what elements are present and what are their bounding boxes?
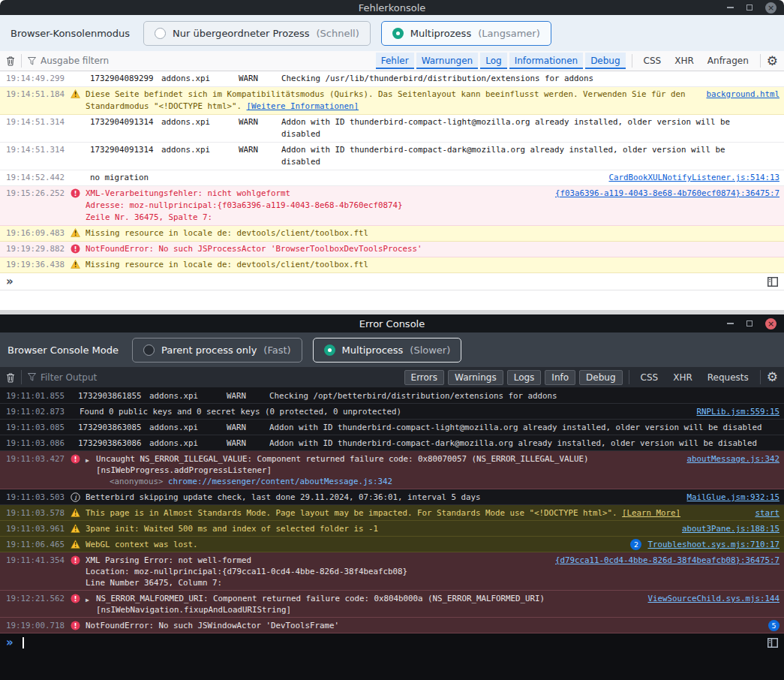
log-row[interactable]: 19:14:51.3141732904091314addons.xpiWARNA… <box>0 143 784 170</box>
log-message: Missing resource in locale de: devtools/… <box>86 259 779 271</box>
log-message-line: XML-Verarbeitungsfehler: nicht wohlgefor… <box>86 188 549 200</box>
log-row[interactable]: 19:11:06.465!WebGL context was lost.2Tro… <box>0 537 784 552</box>
source-link[interactable]: aboutMessage.js:342 <box>686 453 779 465</box>
expand-arrow-icon[interactable]: ▶ <box>86 593 96 606</box>
mode-option-parent-process[interactable]: Parent process only (Fast) <box>132 338 302 363</box>
radio-unselected[interactable] <box>143 345 155 356</box>
level-filter-button[interactable]: Debug <box>585 53 625 69</box>
split-console-button[interactable] <box>767 638 778 648</box>
log-row[interactable]: 19:11:03.503iBetterbird skipping update … <box>0 489 784 505</box>
clear-output-button trash-icon[interactable] <box>6 372 15 383</box>
error-icon: ! <box>71 243 86 254</box>
category-filter-button[interactable]: XHR <box>668 370 698 385</box>
text-segment: Betterbird skipping update check, last d… <box>86 492 481 502</box>
log-row[interactable]: 19:11:03.0851732903863085addons.xpiWARNA… <box>0 420 784 435</box>
settings-button[interactable]: ⚙ <box>767 55 778 68</box>
close-button[interactable]: × <box>765 2 776 14</box>
source-link[interactable]: RNPLib.jsm:559:15 <box>696 406 779 417</box>
log-message: XML-Verarbeitungsfehler: nicht wohlgefor… <box>86 188 549 224</box>
log-row[interactable]: 19:11:03.961!3pane init: Waited 500 ms a… <box>0 521 784 537</box>
expand-arrow-icon[interactable]: ▶ <box>86 453 96 466</box>
category-filter-button[interactable]: CSS <box>638 53 667 69</box>
mode-option-multiprocess[interactable]: Multiprozess (Langsamer) <box>381 21 551 46</box>
mode-option-hint: (Slower) <box>410 345 450 356</box>
log-row[interactable]: 19:16:09.483!Missing resource in locale … <box>0 226 784 242</box>
source-link[interactable]: {d79cca11-0cd4-4bbe-826d-38f4beafcb08}:3… <box>555 555 779 566</box>
error-icon: ! <box>71 188 86 198</box>
radio-selected[interactable] <box>324 345 335 356</box>
log-row[interactable]: 19:11:41.354!XML Parsing Error: not well… <box>0 552 784 591</box>
log-column: WARN <box>239 144 281 156</box>
category-filter-button[interactable]: CSS <box>635 370 664 385</box>
source-link[interactable]: start <box>755 507 779 519</box>
log-row[interactable]: 19:11:01.8551732903861855addons.xpiWARNC… <box>0 388 784 404</box>
category-filter-button[interactable]: Requests <box>702 370 754 385</box>
log-row[interactable]: 19:11:03.427!▶Uncaught NS_ERROR_ILLEGAL_… <box>0 451 784 489</box>
log-row[interactable]: 19:15:26.252!XML-Verarbeitungsfehler: ni… <box>0 186 784 226</box>
console-input-row[interactable]: » <box>0 273 784 290</box>
close-button[interactable]: × <box>765 318 776 329</box>
source-link[interactable]: about3Pane.js:188:15 <box>682 523 779 534</box>
log-row[interactable]: 19:14:49.2991732904089299addons.xpiWARNC… <box>0 71 784 87</box>
restore-button[interactable] <box>746 5 752 11</box>
level-filter-button[interactable]: Warnungen <box>416 53 479 69</box>
log-row[interactable]: 19:14:51.184!Diese Seite befindet sich i… <box>0 87 784 115</box>
source-link[interactable]: {f03a6396-a119-4043-8e68-4b760ecf0874}:3… <box>555 188 779 200</box>
timestamp: 19:11:03.578 <box>6 507 71 519</box>
mode-option-multiprocess[interactable]: Multiprocess (Slower) <box>313 338 462 363</box>
log-message-line: Addon with ID thunderbird-compact-light@… <box>269 422 779 433</box>
mode-label: Browser Console Mode <box>8 345 119 356</box>
titlebar[interactable]: Fehlerkonsole × <box>0 0 784 15</box>
log-message: Addon with ID thunderbird-compact-dark@m… <box>281 144 779 168</box>
console-input-row[interactable]: » <box>0 633 784 652</box>
log-row[interactable]: 19:12:21.562!▶NS_ERROR_MALFORMED_URI: Co… <box>0 591 784 618</box>
radio-selected[interactable] <box>392 28 404 39</box>
filter-output-box[interactable] <box>28 372 404 383</box>
log-row[interactable]: 19:19:29.882!NotFoundError: No such JSPr… <box>0 242 784 257</box>
mode-option-parent-process[interactable]: Nur übergeordneter Prozess (Schnell) <box>143 21 371 46</box>
log-column: WARN <box>227 438 269 449</box>
log-message-line: Adresse: moz-nullprincipal:{f03a6396-a11… <box>86 200 549 212</box>
text-segment: WebGL context was lost. <box>86 540 198 549</box>
inline-link[interactable]: chrome://messenger/content/aboutMessage.… <box>168 477 392 486</box>
log-message-line: disabled <box>281 128 779 140</box>
level-filter-button[interactable]: Logs <box>507 370 542 385</box>
source-link[interactable]: MailGlue.jsm:932:15 <box>686 492 779 503</box>
level-filter-button[interactable]: Informationen <box>509 53 583 69</box>
clear-output-button trash-icon[interactable] <box>6 56 15 66</box>
minimize-button[interactable] <box>727 323 734 324</box>
log-row[interactable]: 19:11:03.578!This page is in Almost Stan… <box>0 505 784 521</box>
titlebar[interactable]: Error Console × <box>0 314 784 332</box>
category-filter-buttons: CSSXHRAnfragen <box>638 53 754 69</box>
source-link[interactable]: CardBookXULNotifyListener.js:514:13 <box>608 172 779 184</box>
log-row[interactable]: 19:19:00.718!NotFoundError: No such JSWi… <box>0 618 784 633</box>
timestamp: 19:11:03.427 <box>6 453 71 465</box>
level-filter-button[interactable]: Fehler <box>376 53 414 69</box>
filter-input[interactable] <box>41 56 206 66</box>
row-meta: 2Troubleshoot.sys.mjs:710:17 <box>630 539 779 550</box>
log-row[interactable]: 19:11:03.0861732903863086addons.xpiWARNA… <box>0 435 784 451</box>
split-console-button[interactable] <box>767 277 778 287</box>
restore-button[interactable] <box>746 320 752 326</box>
inline-link[interactable]: [Weitere Informationen] <box>247 101 359 111</box>
category-filter-button[interactable]: Anfragen <box>702 53 754 69</box>
source-link[interactable]: background.html <box>706 89 779 101</box>
filter-output-box[interactable] <box>28 56 376 66</box>
radio-unselected[interactable] <box>155 28 166 39</box>
settings-button[interactable]: ⚙ <box>767 371 778 384</box>
category-filter-button[interactable]: XHR <box>669 53 699 69</box>
level-filter-button[interactable]: Info <box>545 370 575 385</box>
level-filter-button[interactable]: Warnings <box>448 370 503 385</box>
source-link[interactable]: ViewSourceChild.sys.mjs:144 <box>647 593 779 604</box>
level-filter-button[interactable]: Log <box>480 53 506 69</box>
log-row[interactable]: 19:14:51.3141732904091314addons.xpiWARNA… <box>0 115 784 143</box>
log-row[interactable]: 19:14:52.442no migrationCardBookXULNotif… <box>0 170 784 186</box>
log-row[interactable]: 19:11:02.873Found 0 public keys and 0 se… <box>0 404 784 420</box>
source-link[interactable]: Troubleshoot.sys.mjs:710:17 <box>647 539 779 550</box>
log-row[interactable]: 19:19:36.438!Missing resource in locale … <box>0 257 784 273</box>
minimize-button[interactable] <box>727 7 734 8</box>
filter-input[interactable] <box>41 372 206 383</box>
level-filter-button[interactable]: Errors <box>404 370 445 385</box>
level-filter-button[interactable]: Debug <box>579 370 622 385</box>
inline-link[interactable]: [Learn More] <box>622 508 680 518</box>
